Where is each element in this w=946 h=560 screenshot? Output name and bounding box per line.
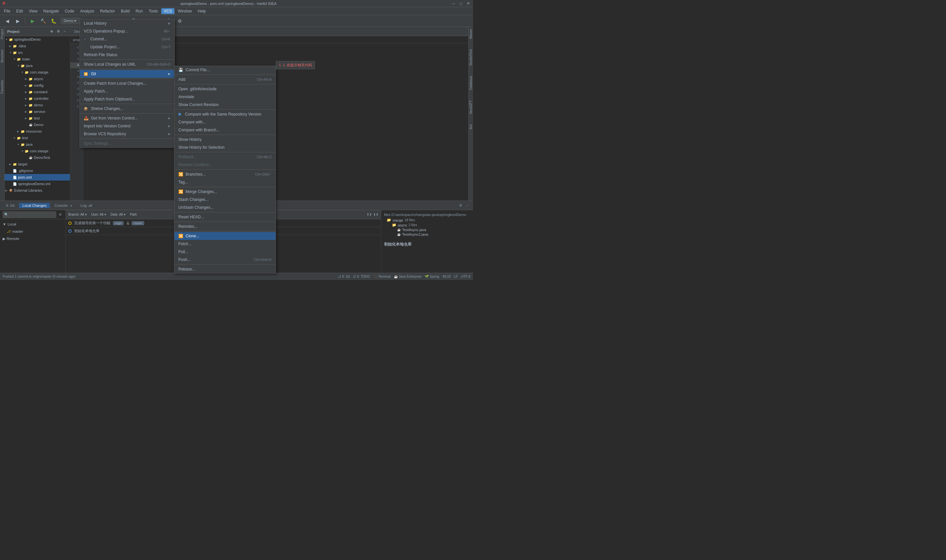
testasync2-row[interactable]: ☕ TestAsync2.java: [397, 232, 470, 236]
tree-test-folder[interactable]: ▶ 📁 test: [5, 115, 70, 122]
rest-tool-label[interactable]: RestfulTool: [469, 47, 473, 67]
user-filter[interactable]: User: All ▾: [91, 213, 106, 216]
close-button[interactable]: ✕: [466, 1, 470, 6]
path-filter[interactable]: Path: [130, 213, 137, 216]
tree-root[interactable]: ▼ 📁 springbootDemo: [5, 36, 70, 43]
menu-update-project[interactable]: Update Project... Ctrl+T: [80, 43, 174, 51]
menu-browse-vcs[interactable]: Browse VCS Repository ▶: [80, 130, 174, 138]
maven-label[interactable]: Maven: [469, 27, 473, 41]
date-filter[interactable]: Date: All ▾: [111, 213, 125, 216]
git-show-history[interactable]: Show History: [174, 135, 276, 143]
menu-window[interactable]: Window: [175, 8, 194, 14]
menu-import-vcs[interactable]: Import into Version Control ▶: [80, 122, 174, 130]
tree-src[interactable]: ▼ 📁 src: [5, 49, 70, 56]
menu-local-history[interactable]: Local History ▶: [80, 19, 174, 27]
sidebar-structure-label[interactable]: Structure: [0, 48, 4, 65]
status-todo[interactable]: ☑ 6: TODO: [353, 275, 370, 278]
panel-sync-btn[interactable]: ⊕: [49, 29, 54, 34]
tree-test-root[interactable]: ▼ 📁 test: [5, 135, 70, 141]
tree-ext-libs[interactable]: ▶ 📦 External Libraries: [5, 187, 70, 194]
git-remote-section[interactable]: ▶ Remote: [1, 235, 64, 242]
menu-apply-patch-clip[interactable]: Apply Patch from Clipboard...: [80, 95, 174, 103]
menu-file[interactable]: File: [1, 8, 13, 14]
minimize-button[interactable]: ─: [451, 1, 456, 6]
menu-sync-settings[interactable]: Sync Settings...: [80, 140, 174, 148]
git-rollback[interactable]: Rollback... Ctrl+Alt+Z: [174, 153, 276, 161]
toolbar-back-btn[interactable]: ◀: [3, 16, 12, 26]
console-close[interactable]: ✕: [70, 204, 72, 208]
menu-code[interactable]: Code: [62, 8, 77, 14]
tree-demo[interactable]: ▶ 📁 demo: [5, 102, 70, 108]
git-pull[interactable]: Pull...: [174, 248, 276, 256]
menu-git[interactable]: 🔀 Git ▶: [80, 70, 174, 78]
tree-gitignore[interactable]: 📄 .gitignore: [5, 168, 70, 174]
bottom-tab-console[interactable]: Console ✕: [51, 203, 76, 208]
panel-hide-btn[interactable]: −: [62, 29, 67, 34]
status-terminal[interactable]: ⬛ Terminal: [373, 275, 391, 278]
tree-async[interactable]: ▶ 📁 async: [5, 75, 70, 82]
menu-refactor[interactable]: Refactor: [97, 8, 118, 14]
commit-collapse-btn[interactable]: ⬆⬆: [367, 212, 372, 217]
git-master-branch[interactable]: ⎇ master: [1, 228, 64, 235]
bottom-hide-btn[interactable]: −: [465, 203, 470, 208]
panel-settings-btn[interactable]: ⚙: [55, 29, 61, 34]
git-push[interactable]: Push... Ctrl+Shift+K: [174, 256, 276, 264]
ant-label[interactable]: Ant: [469, 122, 473, 131]
menu-vcs-ops-popup[interactable]: VCS Operations Popup... Alt+`: [80, 27, 174, 35]
tree-demotest[interactable]: ☕ DemoTest: [5, 154, 70, 161]
bottom-tab-log[interactable]: Log: all: [77, 203, 95, 208]
tree-pom-xml[interactable]: 📄 pom.xml: [5, 174, 70, 180]
menu-tools[interactable]: Tools: [146, 8, 160, 14]
git-annotate[interactable]: Annotate: [174, 93, 276, 101]
tree-main[interactable]: ▼ 📁 main: [5, 56, 70, 62]
git-show-history-sel[interactable]: Show History for Selection: [174, 143, 276, 151]
menu-show-local-uml[interactable]: Show Local Changes as UML Ctrl+Alt+Shift…: [80, 60, 174, 68]
tree-constant[interactable]: ▶ 📁 constant: [5, 89, 70, 95]
run-config-dropdown[interactable]: Demo ▾: [61, 18, 80, 24]
git-resolve-conflicts[interactable]: Resolve Conflicts...: [174, 161, 276, 169]
menu-view[interactable]: View: [26, 8, 40, 14]
menu-get-vcs[interactable]: 📥 Get from Version Control... ▶: [80, 114, 174, 122]
database-label[interactable]: Database: [469, 74, 473, 92]
git-show-current[interactable]: Show Current Revision: [174, 101, 276, 109]
tree-demo-java[interactable]: ☕ Demo: [5, 122, 70, 128]
git-search-input[interactable]: [3, 211, 56, 218]
status-spring[interactable]: 🌱 Spring: [425, 275, 439, 278]
tree-java-main[interactable]: ▼ 📁 java: [5, 62, 70, 69]
git-tag[interactable]: Tag...: [174, 178, 276, 186]
tree-idea[interactable]: ▶ 📁 .idea: [5, 43, 70, 49]
git-compare-same[interactable]: Compare with the Same Repository Version: [174, 110, 276, 118]
git-filter-btn[interactable]: ⚙: [57, 212, 63, 217]
git-remotes[interactable]: Remotes...: [174, 223, 276, 231]
tree-test-com[interactable]: ▼ 📁 com.xiaoge: [5, 148, 70, 154]
tree-target[interactable]: ▶ 📁 target: [5, 161, 70, 168]
tree-config[interactable]: ▶ 📁 config: [5, 82, 70, 89]
toolbar-run-btn[interactable]: ▶: [28, 16, 37, 26]
bottom-tab-git[interactable]: 9: Git: [3, 203, 18, 208]
toolbar-debug-btn[interactable]: 🐛: [49, 16, 58, 26]
branch-filter[interactable]: Branch: All ▾: [68, 213, 87, 216]
menu-create-patch[interactable]: Create Patch from Local Changes...: [80, 80, 174, 87]
menu-apply-patch[interactable]: Apply Patch...: [80, 87, 174, 95]
git-commit-file[interactable]: 💾 Commit File...: [174, 66, 276, 74]
bottom-settings-btn[interactable]: ⚙: [458, 203, 463, 208]
vcs-menu[interactable]: Local History ▶ VCS Operations Popup... …: [80, 19, 175, 148]
bottom-tab-local-changes[interactable]: Local Changes: [19, 203, 49, 208]
toolbar-settings-btn[interactable]: ⚙: [175, 16, 184, 26]
git-merge[interactable]: 🔀 Merge Changes...: [174, 188, 276, 195]
git-open-exclude[interactable]: Open .git/info/exclude: [174, 85, 276, 93]
async-folder-row[interactable]: 📁 async 2 files: [392, 223, 470, 227]
git-reset-head[interactable]: Reset HEAD...: [174, 213, 276, 221]
git-local-section[interactable]: ▼ Local: [1, 221, 64, 228]
testasync-row[interactable]: ☕ TestAsync.java: [397, 228, 470, 232]
xiaoge-folder-row[interactable]: 📁 xiaoge 18 files: [387, 218, 470, 222]
status-git[interactable]: ⎇ 9: Git: [337, 275, 350, 278]
git-compare-with[interactable]: Compare with...: [174, 118, 276, 126]
status-java-ent[interactable]: ☕ Java Enterprise: [394, 275, 421, 278]
menu-build[interactable]: Build: [118, 8, 133, 14]
menu-refresh-status[interactable]: Refresh File Status: [80, 51, 174, 59]
nextgpt-label[interactable]: NextGPT: [469, 98, 473, 116]
menu-run[interactable]: Run: [133, 8, 145, 14]
commit-expand-btn[interactable]: ⬇⬇: [373, 212, 378, 217]
git-rebase[interactable]: Rebase...: [174, 265, 276, 273]
